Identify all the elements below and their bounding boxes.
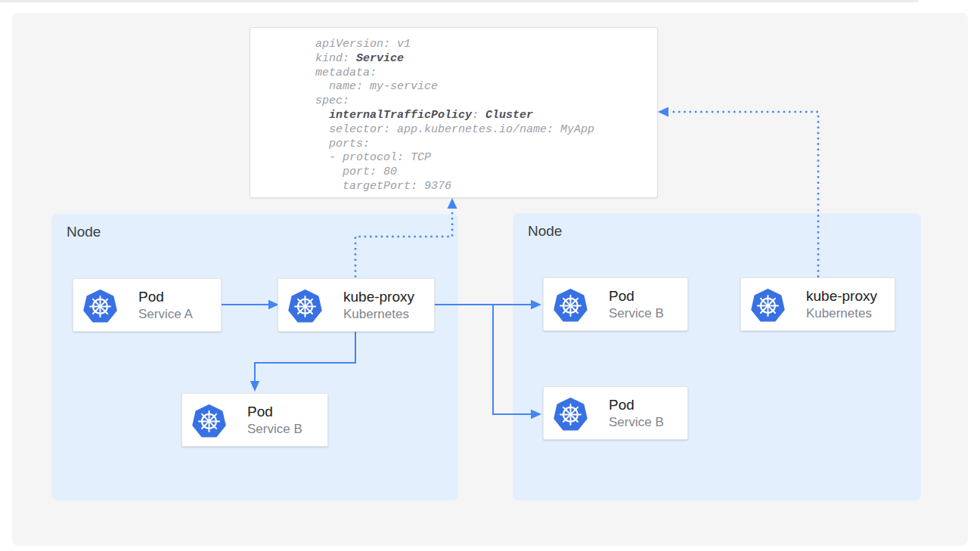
card-pod-service-b-left: Pod Service B <box>181 393 328 447</box>
service-yaml-manifest: apiVersion: v1 kind: Service metadata: n… <box>250 27 658 198</box>
card-subtitle: Service B <box>247 421 302 437</box>
card-kube-proxy-right: kube-proxy Kubernetes <box>740 277 895 331</box>
card-pod-service-b-right-top: Pod Service B <box>543 277 688 331</box>
yaml-line-internal-traffic-policy: internalTrafficPolicy: Cluster <box>315 109 657 123</box>
card-title: Pod <box>609 396 664 414</box>
kubernetes-wheel-icon <box>554 288 588 322</box>
yaml-line: port: 80 <box>315 166 657 180</box>
card-pod-service-a: Pod Service A <box>73 278 222 332</box>
node-label: Node <box>67 224 101 240</box>
kubernetes-wheel-icon <box>192 404 226 438</box>
kubernetes-wheel-icon <box>83 289 117 323</box>
yaml-line: ports: <box>315 138 657 152</box>
yaml-line: spec: <box>315 94 657 109</box>
yaml-line: apiVersion: v1 <box>315 38 657 52</box>
yaml-line: selector: app.kubernetes.io/name: MyApp <box>315 123 657 138</box>
card-title: Pod <box>247 403 302 421</box>
card-title: Pod <box>609 287 664 305</box>
yaml-line: kind: Service <box>315 52 657 67</box>
yaml-line: name: my-service <box>315 80 657 94</box>
card-subtitle: Service B <box>609 414 664 430</box>
card-title: kube-proxy <box>806 287 877 305</box>
card-title: kube-proxy <box>343 288 414 306</box>
node-right: Node <box>513 213 921 500</box>
page-top-divider <box>0 0 918 2</box>
node-label: Node <box>528 223 562 240</box>
card-subtitle: Service B <box>609 305 664 321</box>
kubernetes-wheel-icon <box>751 288 785 322</box>
card-subtitle: Service A <box>138 306 193 322</box>
card-subtitle: Kubernetes <box>806 305 877 321</box>
yaml-line: targetPort: 9376 <box>315 180 657 194</box>
card-pod-service-b-right-bottom: Pod Service B <box>543 386 688 440</box>
yaml-line: - protocol: TCP <box>315 151 657 166</box>
card-kube-proxy-left: kube-proxy Kubernetes <box>278 278 435 332</box>
yaml-line: metadata: <box>315 67 657 81</box>
card-title: Pod <box>138 288 193 306</box>
node-left: Node <box>51 214 458 500</box>
card-subtitle: Kubernetes <box>343 306 414 322</box>
kubernetes-wheel-icon <box>288 289 322 323</box>
kubernetes-wheel-icon <box>554 397 588 431</box>
